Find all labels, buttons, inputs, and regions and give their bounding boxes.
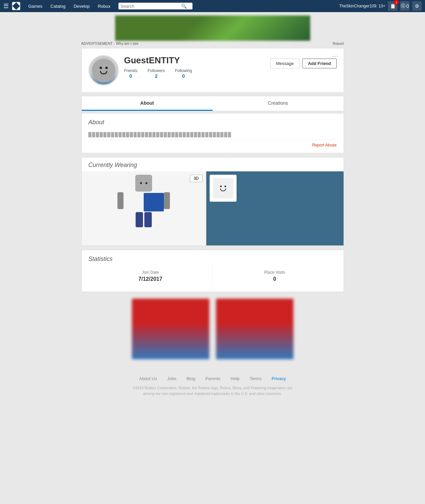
robux-amount: 0	[406, 3, 409, 9]
place-visits-label: Place Visits	[213, 270, 337, 275]
footer-about-us[interactable]: About Us	[139, 376, 157, 381]
char-torso-group	[117, 192, 170, 211]
char-right-arm	[164, 192, 170, 209]
footer-help[interactable]: Help	[231, 376, 240, 381]
bottom-ad-1	[132, 299, 209, 359]
search-icon[interactable]: 🔍	[181, 3, 187, 9]
tab-creations[interactable]: Creations	[213, 96, 344, 111]
currently-wearing-section: Currently Wearing 3D	[81, 157, 344, 246]
friends-count: 0	[124, 73, 138, 79]
3d-button[interactable]: 3D	[190, 175, 202, 182]
join-date-value: 7/12/2017	[88, 276, 213, 282]
notification-badge: 1	[394, 0, 399, 5]
report-abuse-link[interactable]: Report Abuse	[88, 143, 337, 147]
profile-info: GuestENTITY Friends 0 Followers 2 Follow…	[124, 55, 265, 79]
ad-label: ADVERTISEMENT - Why am I see Report	[81, 41, 344, 45]
add-friend-button[interactable]: Add Friend	[302, 59, 337, 68]
profile-header: GuestENTITY Friends 0 Followers 2 Follow…	[88, 55, 337, 86]
char-left-arm	[117, 192, 123, 209]
wearing-title: Currently Wearing	[82, 158, 344, 171]
following-count: 0	[175, 73, 192, 79]
profile-username: GuestENTITY	[124, 55, 265, 66]
logo[interactable]	[12, 2, 20, 10]
nav-robux[interactable]: Robux	[94, 4, 114, 9]
robux-icon: ⓪	[401, 3, 405, 9]
nav-games[interactable]: Games	[25, 4, 46, 9]
profile-tabs: About Creations	[81, 96, 344, 111]
more-options-button[interactable]: ···	[332, 53, 339, 59]
footer-copyright: ©2018 Roblox Corporation. Roblox, the Ro…	[129, 385, 297, 396]
wearing-body: 3D	[82, 171, 344, 245]
char-body	[144, 193, 164, 211]
ad-text: ADVERTISEMENT - Why am I see	[81, 41, 139, 45]
wearing-items-grid	[206, 171, 344, 245]
profile-stats: Friends 0 Followers 2 Following 0	[124, 68, 265, 79]
place-visits-value: 0	[213, 276, 337, 282]
friends-label: Friends	[124, 68, 138, 73]
item-face-display	[213, 178, 233, 198]
item-right-eye	[224, 186, 226, 187]
char-head	[135, 175, 152, 192]
nav-right: TheSkinChanger109: 13+ 📋 1 ⓪ 0 ⚙	[339, 1, 422, 11]
username-display: TheSkinChanger109: 13+	[339, 4, 385, 8]
about-title: About	[88, 119, 337, 126]
join-date-stat: Join Date 7/12/2017	[88, 266, 213, 286]
profile-actions: Message Add Friend	[270, 55, 337, 68]
hamburger-icon[interactable]: ☰	[3, 2, 9, 10]
footer-terms[interactable]: Terms	[250, 376, 261, 381]
bottom-ads	[81, 299, 344, 359]
char-right-leg	[144, 212, 152, 227]
search-input[interactable]	[120, 4, 181, 9]
bottom-ad-2	[216, 299, 293, 359]
footer-blog[interactable]: Blog	[186, 376, 195, 381]
message-button[interactable]: Message	[270, 59, 299, 68]
char-left-leg	[136, 212, 143, 227]
avatar-eye-right	[105, 67, 108, 69]
char-right-eye	[145, 182, 147, 184]
avatar-smile	[100, 71, 107, 74]
wearing-item-face[interactable]	[210, 175, 237, 202]
avatar-eyes	[100, 67, 108, 69]
settings-button[interactable]: ⚙	[412, 1, 422, 11]
statistics-section: Statistics Join Date 7/12/2017 Place Vis…	[81, 250, 344, 292]
following-stat: Following 0	[175, 68, 192, 79]
join-date-label: Join Date	[88, 270, 213, 275]
ad-report-link[interactable]: Report	[332, 41, 344, 45]
stats-grid: Join Date 7/12/2017 Place Visits 0	[88, 266, 337, 286]
char-left-eye	[140, 182, 142, 184]
char-legs	[136, 212, 152, 227]
footer-jobs[interactable]: Jobs	[167, 376, 176, 381]
profile-card: ··· GuestENTITY Friends 0 Followers 2	[81, 48, 344, 93]
about-section: About ██████████████████████████████████…	[81, 113, 344, 153]
avatar-face	[92, 59, 115, 82]
main-content: About ██████████████████████████████████…	[81, 113, 344, 359]
nav-develop[interactable]: Develop	[70, 4, 93, 9]
footer-privacy[interactable]: Privacy	[272, 376, 286, 381]
notifications-button[interactable]: 📋 1	[388, 1, 397, 11]
nav-catalog[interactable]: Catalog	[47, 4, 69, 9]
footer-parents[interactable]: Parents	[205, 376, 220, 381]
navbar: ☰ Games Catalog Develop Robux 🔍 TheSkinC…	[0, 0, 425, 12]
character-figure	[123, 175, 164, 242]
friends-stat: Friends 0	[124, 68, 138, 79]
followers-stat: Followers 2	[148, 68, 165, 79]
followers-count: 2	[148, 73, 165, 79]
item-eyes	[220, 186, 226, 187]
char-head-eyes	[140, 182, 147, 184]
followers-label: Followers	[148, 68, 165, 73]
item-left-eye	[220, 186, 222, 187]
footer-links: About Us Jobs Blog Parents Help Terms Pr…	[0, 376, 425, 381]
search-bar: 🔍	[118, 3, 192, 9]
following-label: Following	[175, 68, 192, 73]
character-model: 3D	[82, 171, 206, 245]
about-bio: ██████████████████████████████████████	[88, 129, 337, 140]
footer: About Us Jobs Blog Parents Help Terms Pr…	[0, 366, 425, 402]
place-visits-stat: Place Visits 0	[213, 266, 337, 286]
statistics-title: Statistics	[88, 256, 337, 263]
avatar	[88, 55, 119, 86]
robux-button[interactable]: ⓪ 0	[400, 1, 410, 11]
ad-banner	[115, 15, 310, 41]
item-smile	[220, 189, 226, 191]
tab-about[interactable]: About	[82, 96, 213, 111]
avatar-eye-left	[100, 67, 102, 69]
